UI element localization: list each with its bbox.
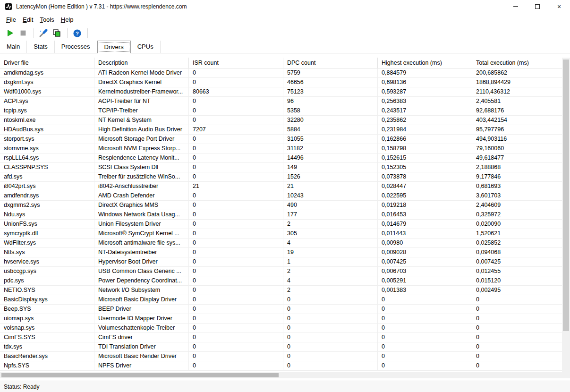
table-cell: 0 — [189, 201, 283, 210]
table-cell: Treiber für zusätzliche WinSo... — [94, 172, 189, 181]
horizontal-scrollbar-thumb[interactable] — [1, 373, 279, 377]
table-row[interactable]: NETIO.SYSNetwork I/O Subsystem020,001383… — [0, 286, 562, 295]
table-cell: 2 — [283, 267, 378, 276]
table-row[interactable]: UnionFS.sysUnion Filesystem Driver020,01… — [0, 220, 562, 229]
table-cell: 96 — [283, 97, 378, 106]
column-header-dpc-count[interactable]: DPC count — [283, 58, 378, 68]
table-cell: 46656 — [283, 78, 378, 87]
minimize-button[interactable] — [505, 0, 527, 13]
table-cell: 1 — [283, 257, 378, 266]
table-row[interactable]: Ndu.sysWindows Network Data Usag...01770… — [0, 210, 562, 220]
menu-help[interactable]: Help — [58, 14, 77, 25]
table-cell: 21 — [189, 182, 283, 191]
table-cell: NT Kernel & System — [94, 116, 189, 125]
table-row[interactable]: dxgmms2.sysDirectX Graphics MMS04900,019… — [0, 201, 562, 210]
table-cell: Microsoft NVM Express Storp... — [94, 144, 189, 153]
table-row[interactable]: CimFS.SYSCimFS driver0000 — [0, 333, 562, 342]
table-row[interactable]: Ntfs.sysNT-Dateisystemtreiber0190,009028… — [0, 248, 562, 257]
table-cell: 0 — [189, 324, 283, 332]
column-header-description[interactable]: Description — [94, 58, 189, 68]
start-monitor-button[interactable] — [4, 27, 16, 39]
options-button[interactable] — [37, 27, 50, 39]
table-row[interactable]: Wdf01000.sysKernelmodustreiber-Framewor.… — [0, 87, 562, 97]
table-row[interactable]: dxgkrnl.sysDirectX Graphics Kernel046656… — [0, 78, 562, 87]
menu-file-label-rest: ile — [10, 16, 16, 23]
menu-tools-label-rest: ools — [43, 16, 54, 23]
table-cell: 0,094068 — [472, 248, 562, 257]
table-row[interactable]: CLASSPNP.SYSSCSI Class System Dll01490,1… — [0, 163, 562, 172]
table-cell: 0 — [189, 68, 283, 77]
menu-help-label: H — [61, 16, 65, 23]
tab-drivers[interactable]: Drivers — [97, 41, 131, 53]
table-cell: DirectX Graphics Kernel — [94, 78, 189, 87]
table-row[interactable]: volsnap.sysVolumeschattenkopie-Treiber00… — [0, 324, 562, 333]
table-row[interactable]: stornvme.sysMicrosoft NVM Express Storp.… — [0, 144, 562, 153]
table-cell: 0 — [189, 286, 283, 295]
menu-file[interactable]: File — [3, 14, 19, 25]
table-cell: 0 — [189, 210, 283, 219]
table-row[interactable]: amdkmdag.sysATI Radeon Kernel Mode Drive… — [0, 68, 562, 78]
table-cell: 2110,436312 — [472, 87, 562, 96]
play-icon — [6, 29, 14, 37]
help-button[interactable]: ? — [71, 27, 83, 39]
column-header-isr-count[interactable]: ISR count — [189, 58, 283, 68]
table-cell: rspLLL64.sys — [0, 153, 94, 162]
table-row[interactable]: ACPI.sysACPI-Treiber für NT0960,2563832,… — [0, 97, 562, 106]
table-cell: CimFS.SYS — [0, 333, 94, 342]
tab-stats[interactable]: Stats — [27, 41, 55, 53]
table-cell: 5884 — [283, 125, 378, 134]
column-header-total-execution[interactable]: Total execution (ms) — [472, 58, 562, 68]
table-cell: SCSI Class System Dll — [94, 163, 189, 172]
table-row[interactable]: amdfendr.sysAMD Crash Defender0102430,02… — [0, 191, 562, 201]
table-row[interactable]: storport.sysMicrosoft Storage Port Drive… — [0, 135, 562, 144]
table-cell: amdfendr.sys — [0, 191, 94, 200]
stop-monitor-button[interactable] — [17, 27, 29, 39]
table-row[interactable]: afd.sysTreiber für zusätzliche WinSo...0… — [0, 172, 562, 182]
table-cell: 0 — [189, 153, 283, 162]
table-row[interactable]: hvservice.sysHypervisor Boot Driver010,0… — [0, 257, 562, 267]
table-row[interactable]: BasicRender.sysMicrosoft Basic Render Dr… — [0, 352, 562, 361]
horizontal-scrollbar[interactable] — [0, 372, 562, 378]
table-cell: BEEP Driver — [94, 305, 189, 314]
tab-cpus[interactable]: CPUs — [131, 41, 161, 53]
table-cell: BasicDisplay.sys — [0, 295, 94, 304]
table-row[interactable]: Npfs.SYSNPFS Driver0000 — [0, 361, 562, 371]
table-row[interactable]: rspLLL64.sysResplendence Latency Monit..… — [0, 153, 562, 163]
table-cell: 0,007425 — [472, 257, 562, 266]
table-row[interactable]: i8042prt.sysi8042-Anschlusstreiber21210,… — [0, 182, 562, 191]
menu-edit[interactable]: Edit — [19, 14, 36, 25]
column-header-highest-execution[interactable]: Highest execution (ms) — [378, 58, 472, 68]
table-cell: BasicRender.sys — [0, 352, 94, 361]
table-row[interactable]: WdFilter.sysMicrosoft antimalware file s… — [0, 239, 562, 248]
table-cell: 2,404609 — [472, 201, 562, 210]
tab-main[interactable]: Main — [0, 41, 27, 53]
table-row[interactable]: tdx.sysTDI Translation Driver0000 — [0, 342, 562, 352]
table-cell: Microsoft® SymCrypt Kernel ... — [94, 229, 189, 238]
maximize-button[interactable] — [527, 0, 548, 13]
column-header-driver-file[interactable]: Driver file — [0, 58, 94, 68]
table-cell: 149 — [283, 163, 378, 172]
table-cell: ACPI.sys — [0, 97, 94, 106]
table-row[interactable]: usbccgp.sysUSB Common Class Generic ...0… — [0, 267, 562, 276]
vertical-scrollbar[interactable] — [562, 58, 570, 378]
table-row[interactable]: BasicDisplay.sysMicrosoft Basic Display … — [0, 295, 562, 305]
table-row[interactable]: uiomap.sysUsermode IO Mapper Driver0000 — [0, 314, 562, 324]
table-row[interactable]: HDAudBus.sysHigh Definition Audio Bus Dr… — [0, 125, 562, 135]
table-cell: 0 — [472, 324, 562, 332]
table-cell: i8042prt.sys — [0, 182, 94, 191]
tab-processes[interactable]: Processes — [55, 41, 97, 53]
copy-report-button[interactable] — [51, 27, 63, 39]
table-row[interactable]: ntoskrnl.exeNT Kernel & System0322800,23… — [0, 116, 562, 125]
table-cell: 0 — [283, 342, 378, 351]
table-row[interactable]: Beep.SYSBEEP Driver0000 — [0, 305, 562, 314]
vertical-scrollbar-thumb[interactable] — [563, 60, 569, 331]
table-cell: 0 — [472, 342, 562, 351]
menu-tools[interactable]: Tools — [36, 14, 57, 25]
table-row[interactable]: tcpip.sysTCP/IP-Treiber053580,24351792,6… — [0, 106, 562, 116]
table-cell: 0 — [189, 248, 283, 257]
table-row[interactable]: pdc.sysPower Dependency Coordinat...040,… — [0, 276, 562, 286]
table-cell: 0 — [283, 305, 378, 314]
table-row[interactable]: symcryptk.dllMicrosoft® SymCrypt Kernel … — [0, 229, 562, 239]
close-button[interactable]: × — [548, 0, 570, 13]
table-cell: Windows Network Data Usag... — [94, 210, 189, 219]
